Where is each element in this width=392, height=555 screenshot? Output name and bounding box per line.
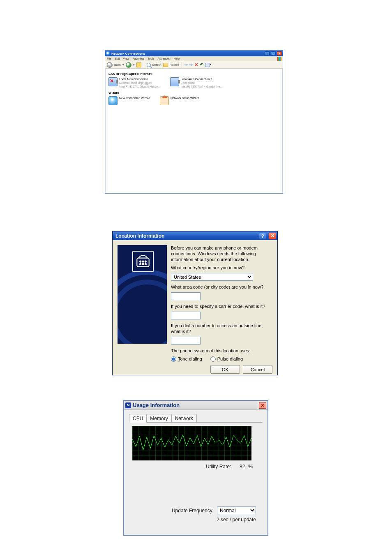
utility-rate-value: 82 <box>234 464 245 469</box>
tab-cpu[interactable]: CPU <box>129 414 147 423</box>
section-wizard-header: Wizard <box>108 91 279 95</box>
menu-help[interactable]: Help <box>174 57 180 60</box>
up-folder-button[interactable] <box>136 62 141 67</box>
phone-icon <box>132 251 154 272</box>
search-icon[interactable] <box>147 63 151 67</box>
window-title: Network Connections <box>111 52 263 56</box>
move-to-icon[interactable]: ⇨ <box>184 62 188 67</box>
wizard-item[interactable]: New Connection Wizard <box>108 96 150 105</box>
location-information-dialog: Location Information ? ✕ Before you can … <box>112 231 278 375</box>
back-dropdown-icon[interactable]: ▾ <box>122 63 124 67</box>
wizard-item[interactable]: Network Setup Wizard <box>160 96 199 105</box>
menu-view[interactable]: View <box>123 57 129 60</box>
connection-item[interactable]: Local Area Connection 2 Connected Intel(… <box>170 77 222 88</box>
folders-icon[interactable] <box>163 63 168 67</box>
outside-line-label: If you dial a number to access an outsid… <box>171 323 272 334</box>
cpu-usage-chart <box>132 426 251 460</box>
utility-rate-label: Utility Rate: <box>206 464 231 469</box>
network-adapter-icon <box>170 77 179 86</box>
wizard-icon <box>108 96 118 105</box>
close-button[interactable]: ✕ <box>269 233 276 239</box>
dialog-form: Before you can make any phone or modem c… <box>171 245 272 362</box>
area-code-input[interactable] <box>171 292 201 300</box>
menu-bar: File Edit View Favorites Tools Advanced … <box>105 56 283 61</box>
title-bar[interactable]: Location Information ? ✕ <box>113 231 277 240</box>
carrier-code-input[interactable] <box>171 312 201 319</box>
section-lan-header: LAN or High-Speed Internet <box>108 72 279 76</box>
svg-point-2 <box>142 261 143 262</box>
windows-logo-icon <box>277 57 282 61</box>
wizard-label: Network Setup Wizard <box>171 96 199 100</box>
connection-name: Local Area Connection 2 <box>181 77 222 81</box>
app-icon <box>106 51 110 56</box>
menu-file[interactable]: File <box>107 57 111 60</box>
sidebar-graphic <box>118 245 167 344</box>
menu-tools[interactable]: Tools <box>148 57 154 60</box>
help-button[interactable]: ? <box>259 233 266 239</box>
forward-button[interactable]: ► <box>126 62 131 68</box>
cancel-button[interactable]: Cancel <box>243 365 272 374</box>
tone-dialing-radio[interactable]: Tone dialing <box>171 356 202 362</box>
forward-dropdown-icon[interactable]: ▾ <box>133 63 135 67</box>
tab-strip: CPU Memory Network <box>129 414 263 423</box>
phone-system-label: The phone system at this location uses: <box>171 348 272 354</box>
wizard-label: New Connection Wizard <box>119 96 150 100</box>
svg-point-4 <box>140 264 141 265</box>
connection-name: Local Area Connection <box>119 77 160 81</box>
tab-memory[interactable]: Memory <box>146 414 171 422</box>
svg-point-1 <box>140 261 141 262</box>
network-setup-icon <box>160 96 169 105</box>
network-connections-window: Network Connections – □ ✕ File Edit View… <box>105 50 283 194</box>
svg-point-6 <box>145 264 146 265</box>
views-button[interactable] <box>205 63 210 67</box>
pulse-radio-input[interactable] <box>210 356 216 362</box>
update-frequency-select[interactable]: Normal <box>217 506 256 514</box>
separator <box>144 62 144 68</box>
tone-radio-input[interactable] <box>171 356 176 362</box>
dialog-title: Location Information <box>114 233 256 239</box>
country-label: What country/region are you in now? <box>171 265 272 271</box>
connection-adapter: Intel(R) 82574L Gigabit Netwo... <box>119 85 160 88</box>
toolbar: ◄ Back ▾ ► ▾ Search Folders ⇨ ⇨ ✕ ↶ <box>105 61 283 69</box>
area-code-label: What area code (or city code) are you in… <box>171 284 272 290</box>
update-frequency-label: Update Frequency: <box>172 508 214 513</box>
menu-favorites[interactable]: Favorites <box>132 57 144 60</box>
delete-icon[interactable]: ✕ <box>194 62 198 67</box>
country-select[interactable]: United States <box>171 273 253 281</box>
connection-item[interactable]: Local Area Connection Network cable unpl… <box>108 77 160 88</box>
copy-to-icon[interactable]: ⇨ <box>189 62 193 67</box>
menu-edit[interactable]: Edit <box>115 57 120 60</box>
ok-button[interactable]: OK <box>210 365 240 374</box>
close-button[interactable]: ✕ <box>259 402 266 409</box>
utility-rate-unit: % <box>248 464 253 469</box>
maximize-button[interactable]: □ <box>271 51 276 56</box>
back-button[interactable]: ◄ <box>107 62 113 68</box>
undo-icon[interactable]: ↶ <box>200 62 203 67</box>
carrier-code-label: If you need to specify a carrier code, w… <box>171 303 272 309</box>
title-bar[interactable]: Network Connections – □ ✕ <box>105 51 283 56</box>
svg-point-3 <box>145 261 146 262</box>
title-bar[interactable]: M Usage Information ✕ <box>124 401 267 410</box>
connection-status: Network cable unplugged <box>119 81 160 85</box>
menu-advanced[interactable]: Advanced <box>158 57 171 60</box>
window-title: Usage Information <box>133 402 257 408</box>
pulse-dialing-radio[interactable]: Pulse dialing <box>210 356 243 362</box>
folders-label[interactable]: Folders <box>170 63 179 66</box>
update-frequency-note: 2 sec / per update <box>129 514 263 523</box>
minimize-button[interactable]: – <box>265 51 270 56</box>
connection-adapter: Intel(R) 82567LM-4 Gigabit Ne... <box>181 85 222 88</box>
svg-point-5 <box>142 264 143 265</box>
separator <box>182 62 182 68</box>
outside-line-input[interactable] <box>171 337 201 345</box>
close-button[interactable]: ✕ <box>277 51 282 56</box>
tab-network[interactable]: Network <box>171 414 197 422</box>
app-icon: M <box>125 402 131 408</box>
connection-status: Connected <box>181 81 222 85</box>
usage-information-window: M Usage Information ✕ CPU Memory Network… <box>123 400 268 536</box>
intro-text: Before you can make any phone or modem c… <box>171 245 272 262</box>
network-adapter-icon <box>108 77 118 86</box>
window-body: LAN or High-Speed Internet Local Area Co… <box>105 69 283 109</box>
back-label: Back <box>114 63 121 66</box>
search-label[interactable]: Search <box>152 63 161 66</box>
